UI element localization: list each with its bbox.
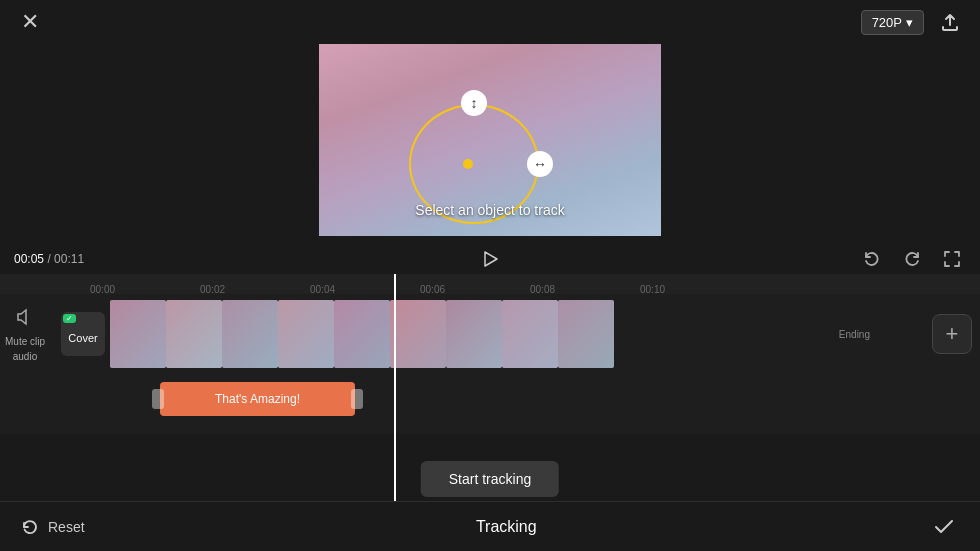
bottom-bar: Reset Tracking xyxy=(0,501,980,551)
play-button[interactable] xyxy=(476,245,504,273)
mute-label: Mute clip xyxy=(5,336,45,347)
text-track-row: That's Amazing! xyxy=(0,374,980,424)
video-track-row: Mute clip audio ✓ Cover Ending + xyxy=(0,294,980,374)
clip-2 xyxy=(166,300,222,368)
svg-marker-0 xyxy=(485,252,497,266)
mute-icon xyxy=(15,307,35,332)
horizontal-resize-icon: ↔ xyxy=(533,156,547,172)
clip-7 xyxy=(446,300,502,368)
clip-1 xyxy=(110,300,166,368)
time-separator: / xyxy=(47,252,50,266)
ending-label: Ending xyxy=(839,329,870,340)
ruler-label-1: 00:02 xyxy=(200,284,225,294)
tracking-dot xyxy=(463,159,473,169)
reset-button[interactable]: Reset xyxy=(20,517,85,537)
ruler-label-0: 00:00 xyxy=(90,284,115,294)
resize-handle-right[interactable]: ↔ xyxy=(527,151,553,177)
cover-label: Cover xyxy=(68,332,97,344)
start-tracking-label: Start tracking xyxy=(449,471,531,487)
ruler-label-5: 00:10 xyxy=(640,284,665,294)
clip-8 xyxy=(502,300,558,368)
track-controls: Mute clip audio ✓ Cover xyxy=(0,294,110,374)
ruler-label-4: 00:08 xyxy=(530,284,555,294)
undo-button[interactable] xyxy=(858,245,886,273)
playback-controls: 00:05 / 00:11 xyxy=(0,244,980,274)
tracking-title: Tracking xyxy=(476,518,537,536)
text-clip-label: That's Amazing! xyxy=(215,392,300,406)
text-clip-handle-right[interactable] xyxy=(351,389,363,409)
cover-button[interactable]: ✓ Cover xyxy=(61,312,105,356)
text-clip-handle-left[interactable] xyxy=(152,389,164,409)
add-clip-button[interactable]: + xyxy=(932,314,972,354)
resize-handle-top[interactable]: ↕ xyxy=(461,90,487,116)
mute-clip-control[interactable]: Mute clip audio xyxy=(5,307,45,362)
text-clip[interactable]: That's Amazing! xyxy=(160,382,355,416)
quality-label: 720P xyxy=(872,15,902,30)
ruler-label-2: 00:04 xyxy=(310,284,335,294)
cover-badge: ✓ xyxy=(63,314,76,323)
clip-9 xyxy=(558,300,614,368)
timeline-area: Mute clip audio ✓ Cover Ending + xyxy=(0,294,980,434)
chevron-down-icon: ▾ xyxy=(906,15,913,30)
mute-label-2: audio xyxy=(13,351,37,362)
time-display: 00:05 / 00:11 xyxy=(14,252,104,266)
quality-button[interactable]: 720P ▾ xyxy=(861,10,924,35)
confirm-button[interactable] xyxy=(928,511,960,543)
select-object-text: Select an object to track xyxy=(415,202,564,218)
reset-label: Reset xyxy=(48,519,85,535)
add-icon: + xyxy=(946,321,959,347)
close-button[interactable]: ✕ xyxy=(14,6,46,38)
fullscreen-button[interactable] xyxy=(938,245,966,273)
close-icon: ✕ xyxy=(21,9,39,35)
video-preview: ↕ ↔ Select an object to track xyxy=(319,44,661,236)
timeline-ruler: 00:00 00:02 00:04 00:06 00:08 00:10 xyxy=(0,274,980,294)
ruler-label-3: 00:06 xyxy=(420,284,445,294)
upload-button[interactable] xyxy=(934,6,966,38)
clip-6 xyxy=(390,300,446,368)
redo-button[interactable] xyxy=(898,245,926,273)
playback-right-controls xyxy=(858,245,966,273)
clip-4 xyxy=(278,300,334,368)
top-right-controls: 720P ▾ xyxy=(861,6,966,38)
top-bar: ✕ 720P ▾ xyxy=(0,0,980,44)
total-time: 00:11 xyxy=(54,252,84,266)
start-tracking-button[interactable]: Start tracking xyxy=(421,461,559,497)
clip-3 xyxy=(222,300,278,368)
vertical-resize-icon: ↕ xyxy=(471,95,478,111)
clips-strip: Ending xyxy=(110,294,924,374)
clip-5 xyxy=(334,300,390,368)
video-frame: ↕ ↔ Select an object to track xyxy=(319,44,661,236)
current-time: 00:05 xyxy=(14,252,44,266)
